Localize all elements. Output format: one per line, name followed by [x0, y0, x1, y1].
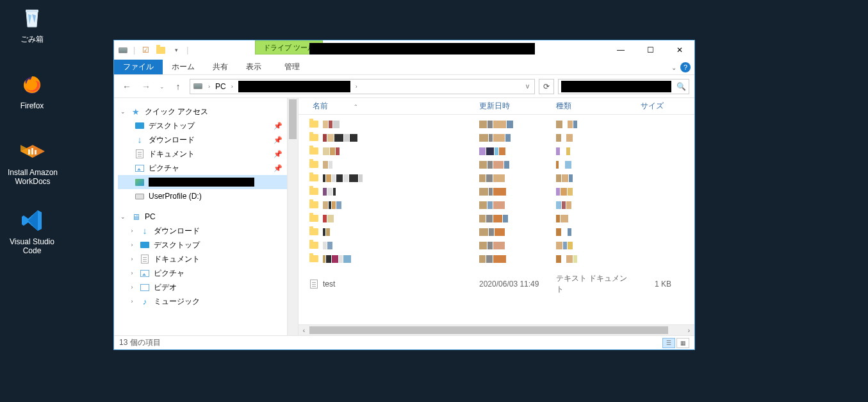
nav-up-button[interactable]: ↑: [170, 79, 186, 94]
view-details-button[interactable]: ☰: [662, 338, 675, 348]
tree-label: ダウンロード: [154, 226, 200, 237]
nav-scrollbar[interactable]: [287, 98, 298, 335]
tree-label: ドキュメント: [154, 254, 200, 265]
search-input[interactable]: 🔍: [558, 79, 689, 94]
column-size[interactable]: サイズ: [629, 101, 667, 112]
list-item[interactable]: [309, 225, 694, 239]
expander-icon[interactable]: ›: [128, 284, 136, 290]
scroll-right-icon[interactable]: ›: [684, 327, 694, 334]
tab-view[interactable]: 表示: [237, 60, 270, 74]
tree-label-redacted: [149, 178, 254, 187]
pin-icon: 📌: [274, 164, 283, 172]
tree-pc-downloads[interactable]: › ↓ ダウンロード: [118, 224, 298, 238]
text-file-icon: [309, 279, 319, 289]
nav-back-button[interactable]: ←: [119, 79, 135, 94]
refresh-button[interactable]: ⟳: [539, 79, 554, 94]
expander-icon[interactable]: ›: [128, 242, 136, 248]
column-date[interactable]: 更新日時: [475, 101, 552, 112]
breadcrumb-separator-icon[interactable]: ›: [206, 83, 213, 90]
column-name[interactable]: 名前⌃: [309, 101, 475, 112]
desktop-icon-recycle-bin[interactable]: ごみ箱: [6, 4, 58, 44]
desktop-label: Firefox: [6, 101, 58, 110]
view-large-icons-button[interactable]: ▦: [676, 338, 689, 348]
tree-label: ピクチャ: [149, 163, 179, 174]
breadcrumb-redacted[interactable]: [238, 81, 350, 92]
document-icon: [135, 149, 145, 159]
download-icon: ↓: [135, 135, 145, 145]
expander-icon[interactable]: ›: [128, 298, 136, 305]
tree-label: デスクトップ: [149, 121, 195, 131]
tree-pc-documents[interactable]: › ドキュメント: [118, 252, 298, 266]
list-item[interactable]: [309, 252, 694, 265]
expander-icon[interactable]: ⌄: [119, 108, 127, 115]
file-list[interactable]: test 2020/06/03 11:49 テキスト ドキュメント 1 KB: [299, 115, 694, 324]
address-dropdown-icon[interactable]: v: [526, 83, 532, 90]
star-icon: ★: [131, 106, 141, 117]
tree-downloads[interactable]: ↓ ダウンロード 📌: [118, 133, 298, 147]
list-item[interactable]: [309, 117, 694, 131]
scroll-left-icon[interactable]: ‹: [299, 327, 309, 334]
tree-pc-videos[interactable]: › ビデオ: [118, 280, 298, 294]
tree-pc-desktop[interactable]: › デスクトップ: [118, 238, 298, 252]
ribbon-expand-icon[interactable]: ⌄: [671, 64, 676, 71]
desktop-icon-vscode[interactable]: Visual Studio Code: [0, 206, 64, 255]
tree-label: ミュージック: [154, 296, 200, 307]
list-item[interactable]: [309, 158, 694, 171]
tree-selected-drive[interactable]: [118, 175, 298, 189]
tree-quick-access[interactable]: ⌄ ★ クイック アクセス: [118, 105, 298, 119]
help-icon[interactable]: ?: [680, 62, 691, 72]
nav-forward-button[interactable]: →: [138, 79, 154, 94]
folder-icon: [309, 254, 319, 264]
list-item[interactable]: [309, 131, 694, 144]
breadcrumb-separator-icon[interactable]: ›: [229, 83, 236, 90]
horizontal-scrollbar[interactable]: ‹ ›: [299, 324, 694, 335]
desktop-label: ごみ箱: [6, 35, 58, 44]
drive-icon: [193, 81, 203, 92]
list-item[interactable]: [309, 239, 694, 252]
desktop-icon-workdocs[interactable]: Install AmazonWorkDocs: [4, 137, 61, 186]
desktop-label: Visual Studio Code: [0, 237, 64, 255]
tree-label: クイック アクセス: [145, 106, 208, 117]
tree-documents[interactable]: ドキュメント 📌: [118, 147, 298, 161]
close-button[interactable]: ✕: [665, 40, 694, 60]
tab-home[interactable]: ホーム: [163, 60, 204, 74]
minimize-button[interactable]: ―: [606, 40, 635, 60]
column-type[interactable]: 種類: [552, 101, 629, 112]
vscode-icon: [18, 206, 46, 235]
title-bar[interactable]: | ☑ ▾ | ドライブ ツール ― ☐ ✕: [114, 40, 694, 60]
tab-file[interactable]: ファイル: [114, 60, 163, 74]
nav-history-dropdown[interactable]: ⌄: [158, 79, 167, 94]
document-icon: [140, 254, 150, 264]
list-item-test[interactable]: test 2020/06/03 11:49 テキスト ドキュメント 1 KB: [309, 277, 694, 290]
desktop-icon-firefox[interactable]: Firefox: [6, 71, 58, 110]
tree-userprofile[interactable]: UserProfile (D:): [118, 189, 298, 203]
list-item[interactable]: [309, 171, 694, 185]
tab-manage[interactable]: 管理: [275, 60, 309, 74]
list-item[interactable]: [309, 185, 694, 198]
properties-icon[interactable]: ☑: [140, 45, 151, 55]
tree-pictures[interactable]: ピクチャ 📌: [118, 161, 298, 175]
folder-icon: [309, 240, 319, 251]
maximize-button[interactable]: ☐: [635, 40, 665, 60]
breadcrumb-pc[interactable]: PC: [215, 82, 226, 91]
list-item[interactable]: [309, 212, 694, 225]
expander-icon[interactable]: ›: [128, 256, 136, 262]
tab-share[interactable]: 共有: [204, 60, 237, 74]
qat-dropdown-icon[interactable]: ▾: [171, 45, 181, 55]
tree-desktop[interactable]: デスクトップ 📌: [118, 119, 298, 133]
expander-icon[interactable]: ›: [128, 270, 136, 276]
status-bar: 13 個の項目 ☰ ▦: [114, 335, 694, 349]
address-bar[interactable]: › PC › › v: [190, 79, 535, 94]
list-item[interactable]: [309, 144, 694, 158]
tree-pc-music[interactable]: › ♪ ミュージック: [118, 294, 298, 308]
breadcrumb-separator-icon[interactable]: ›: [353, 83, 360, 90]
folder-icon[interactable]: [156, 45, 166, 55]
expander-icon[interactable]: ⌄: [119, 214, 127, 220]
list-item[interactable]: [309, 198, 694, 212]
svg-rect-0: [26, 10, 38, 12]
search-icon[interactable]: 🔍: [676, 82, 686, 91]
expander-icon[interactable]: ›: [128, 228, 136, 234]
sort-caret-icon: ⌃: [354, 104, 358, 110]
tree-pc[interactable]: ⌄ 🖥 PC: [118, 210, 298, 224]
tree-pc-pictures[interactable]: › ピクチャ: [118, 266, 298, 280]
